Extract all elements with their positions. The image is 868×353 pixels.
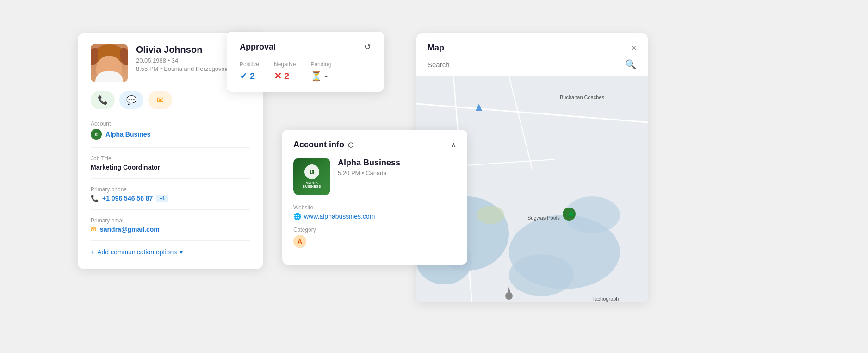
- plus-icon: +: [91, 248, 94, 256]
- positive-label: Positive: [240, 61, 259, 68]
- cross-icon: ✕: [274, 70, 282, 82]
- negative-label: Negative: [274, 61, 296, 68]
- job-title-label: Job Title: [91, 155, 250, 162]
- email-button[interactable]: ✉: [148, 91, 172, 109]
- chevron-down-icon: ▾: [180, 248, 183, 256]
- search-icon[interactable]: 🔍: [625, 59, 637, 70]
- positive-value: ✓ 2: [240, 70, 259, 82]
- history-icon[interactable]: ↺: [364, 42, 371, 52]
- chat-button[interactable]: 💬: [119, 91, 143, 109]
- svg-text:🌲: 🌲: [567, 210, 575, 218]
- checkmark-icon: ✓: [240, 70, 248, 82]
- pending-stat: Pending ⏳ -: [310, 61, 331, 82]
- category-value: A: [293, 235, 456, 248]
- website-value[interactable]: 🌐 www.alphabussines.com: [293, 213, 456, 220]
- approval-card: Approval ↺ Positive ✓ 2 Negative ✕ 2 Pen…: [227, 32, 384, 92]
- account-field: Account α Alpha Busines: [91, 120, 250, 148]
- positive-stat: Positive ✓ 2: [240, 61, 259, 82]
- pending-label: Pending: [310, 61, 331, 68]
- phone-field-icon: 📞: [91, 195, 99, 202]
- map-title: Map: [428, 43, 444, 53]
- chat-icon: 💬: [126, 95, 136, 105]
- company-details: Alpha Business 5.20 PM • Canada: [338, 158, 456, 176]
- account-value: Alpha Busines: [105, 131, 150, 138]
- company-logo-text: ALPHABUSINESS: [303, 181, 321, 189]
- website-field: Website 🌐 www.alphabussines.com: [293, 204, 456, 220]
- category-field: Category A: [293, 227, 456, 248]
- website-label: Website: [293, 204, 456, 211]
- account-info-title: Account info ⬡: [293, 140, 353, 150]
- add-communication-button[interactable]: + Add communication options ▾: [91, 248, 250, 256]
- svg-text:Sugwas Pools: Sugwas Pools: [527, 215, 560, 221]
- collapse-icon[interactable]: ∧: [451, 140, 456, 149]
- job-title-value: Marketing Coordinator: [91, 164, 250, 171]
- email-field: Primary email ✉ sandra@gmail.com: [91, 217, 250, 241]
- company-logo: α ALPHABUSINESS: [293, 158, 330, 195]
- company-name: Alpha Business: [338, 158, 456, 168]
- account-link[interactable]: α Alpha Busines: [91, 129, 250, 140]
- phone-field: Primary phone 📞 +1 096 546 56 87 +1: [91, 186, 250, 210]
- avatar: [91, 44, 128, 82]
- account-label: Account: [91, 120, 250, 127]
- approval-header: Approval ↺: [240, 42, 371, 52]
- category-label: Category: [293, 227, 456, 233]
- account-icon: α: [91, 129, 102, 140]
- phone-value: +1 096 546 56 87: [102, 195, 153, 202]
- hourglass-icon: ⏳: [310, 70, 322, 82]
- phone-label: Primary phone: [91, 186, 250, 193]
- map-search-bar: 🔍: [416, 59, 648, 76]
- email-row: ✉ sandra@gmail.com: [91, 226, 250, 233]
- globe-icon: 🌐: [293, 213, 301, 220]
- category-badge: A: [293, 235, 306, 248]
- map-search-input[interactable]: [428, 61, 621, 69]
- email-field-icon: ✉: [91, 226, 96, 233]
- svg-point-8: [509, 254, 574, 296]
- negative-stat: Negative ✕ 2: [274, 61, 296, 82]
- job-title-field: Job Title Marketing Coordinator: [91, 155, 250, 179]
- email-label: Primary email: [91, 217, 250, 224]
- phone-button[interactable]: 📞: [91, 91, 115, 109]
- approval-stats: Positive ✓ 2 Negative ✕ 2 Pending ⏳ -: [240, 61, 371, 82]
- negative-value: ✕ 2: [274, 70, 296, 82]
- phone-extra-badge: +1: [156, 195, 168, 202]
- company-logo-symbol: α: [304, 164, 319, 179]
- map-close-button[interactable]: ×: [631, 43, 637, 53]
- company-row: α ALPHABUSINESS Alpha Business 5.20 PM •…: [293, 158, 456, 195]
- svg-text:Tachograph: Tachograph: [592, 296, 619, 302]
- contact-header: Olivia Johnson 20.05.1988 • 34 8.55 PM •…: [91, 44, 250, 82]
- approval-title: Approval: [240, 42, 276, 52]
- phone-row: 📞 +1 096 546 56 87 +1: [91, 195, 250, 202]
- account-card-header: Account info ⬡ ∧: [293, 140, 456, 150]
- contact-actions: 📞 💬 ✉: [91, 91, 250, 109]
- email-icon: ✉: [157, 95, 164, 105]
- svg-text:Buchanan Coaches: Buchanan Coaches: [560, 95, 605, 100]
- phone-icon: 📞: [98, 95, 108, 105]
- map-header: Map ×: [416, 33, 648, 59]
- account-info-card: Account info ⬡ ∧ α ALPHABUSINESS Alpha B…: [282, 130, 467, 265]
- email-value: sandra@gmail.com: [100, 226, 160, 233]
- external-link-icon[interactable]: ⬡: [348, 141, 353, 149]
- svg-point-10: [477, 206, 504, 224]
- company-meta: 5.20 PM • Canada: [338, 170, 456, 176]
- pending-value: ⏳ -: [310, 70, 331, 82]
